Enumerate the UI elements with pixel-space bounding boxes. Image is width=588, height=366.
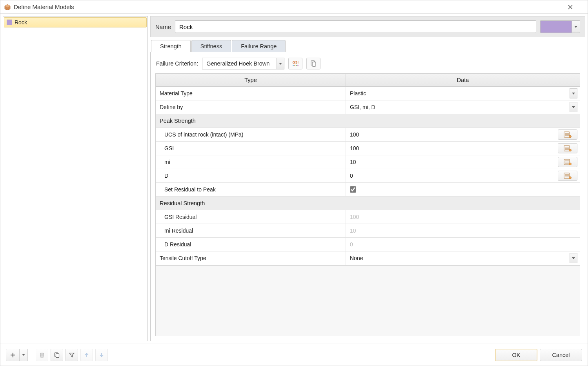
material-item-label: Rock xyxy=(15,19,27,25)
chevron-down-icon xyxy=(574,26,577,28)
arrow-up-icon xyxy=(84,352,90,358)
svg-rect-25 xyxy=(56,353,59,357)
row-mi-residual-label: mi Residual xyxy=(156,224,346,237)
svg-point-8 xyxy=(569,135,572,138)
close-button[interactable] xyxy=(568,5,584,9)
row-ucs-label: UCS of intact rock (intact) (MPa) xyxy=(156,128,346,141)
arrow-down-icon xyxy=(98,352,105,358)
tab-stiffness[interactable]: Stiffness xyxy=(191,40,231,52)
gsi-calculator-button[interactable]: GSI xyxy=(288,58,302,69)
row-d-picker[interactable] xyxy=(558,171,577,181)
filter-icon xyxy=(69,352,75,358)
chevron-down-icon xyxy=(572,106,575,108)
properties-table: Type Data Material Type Plastic xyxy=(155,73,580,336)
row-d-value[interactable]: 0 xyxy=(348,173,555,179)
trash-icon xyxy=(39,352,45,358)
cancel-button[interactable]: Cancel xyxy=(540,349,582,361)
name-row: Name xyxy=(150,16,585,37)
row-mi-residual-value: 10 xyxy=(348,228,577,234)
move-up-button[interactable] xyxy=(80,349,93,361)
list-picker-icon xyxy=(564,131,572,138)
material-color-picker[interactable] xyxy=(540,20,572,33)
col-header-type: Type xyxy=(156,74,346,86)
failure-criterion-select[interactable]: Generalized Hoek Brown xyxy=(202,58,284,69)
chevron-down-icon xyxy=(22,354,25,356)
row-define-by-label: Define by xyxy=(156,100,346,114)
gsi-icon: GSI xyxy=(292,61,299,64)
row-gsi-picker[interactable] xyxy=(558,143,577,153)
tab-failure-range[interactable]: Failure Range xyxy=(232,40,286,52)
row-tensile-cutoff-label: Tensile Cutoff Type xyxy=(156,251,346,265)
copy-icon xyxy=(54,352,60,358)
failure-criterion-dropdown-button[interactable] xyxy=(277,58,284,69)
row-gsi-label: GSI xyxy=(156,142,346,155)
row-d-residual-label: D Residual xyxy=(156,238,346,251)
app-icon xyxy=(4,4,11,10)
copy-icon xyxy=(310,60,317,67)
col-header-data: Data xyxy=(346,74,580,86)
chevron-down-icon xyxy=(279,63,282,65)
list-picker-icon xyxy=(564,173,572,179)
properties-empty-area xyxy=(156,265,580,336)
material-list-item[interactable]: Rock xyxy=(4,17,147,27)
plus-icon xyxy=(10,352,16,358)
row-ucs-picker[interactable] xyxy=(558,129,577,140)
delete-material-button[interactable] xyxy=(36,349,48,361)
row-set-residual-to-peak-label: Set Residual to Peak xyxy=(156,183,346,196)
row-define-by-value[interactable]: GSI, mi, D xyxy=(348,104,567,110)
material-color-dropdown[interactable] xyxy=(572,20,580,33)
material-color-swatch xyxy=(7,20,12,25)
ok-button[interactable]: OK xyxy=(495,349,537,361)
row-material-type-value[interactable]: Plastic xyxy=(348,90,567,97)
section-peak-strength: Peak Strength xyxy=(156,114,580,127)
row-material-type-dropdown[interactable] xyxy=(570,88,577,98)
svg-point-18 xyxy=(569,163,572,165)
add-material-dropdown[interactable] xyxy=(19,349,28,361)
row-gsi-residual-label: GSI Residual xyxy=(156,210,346,224)
filter-materials-button[interactable] xyxy=(66,349,78,361)
row-mi-value[interactable]: 10 xyxy=(348,159,555,165)
row-ucs-value[interactable]: 100 xyxy=(348,131,555,138)
add-material-button[interactable] xyxy=(6,349,19,361)
row-d-label: D xyxy=(156,169,346,182)
failure-criterion-label: Failure Criterion: xyxy=(156,60,198,67)
row-mi-label: mi xyxy=(156,155,346,169)
row-tensile-cutoff-value[interactable]: None xyxy=(348,255,567,261)
window-title: Define Material Models xyxy=(14,4,74,10)
row-d-residual-value: 0 xyxy=(348,241,577,248)
svg-point-13 xyxy=(569,149,572,151)
section-residual-strength: Residual Strength xyxy=(156,197,580,210)
chevron-down-icon xyxy=(572,257,575,259)
row-set-residual-to-peak-checkbox[interactable] xyxy=(350,186,356,193)
move-down-button[interactable] xyxy=(95,349,108,361)
tabs: Strength Stiffness Failure Range xyxy=(150,40,585,52)
material-list[interactable]: Rock xyxy=(3,16,148,341)
svg-rect-3 xyxy=(312,62,316,66)
duplicate-material-button[interactable] xyxy=(51,349,63,361)
list-picker-icon xyxy=(564,145,572,151)
svg-point-23 xyxy=(569,177,572,179)
material-name-input[interactable] xyxy=(175,20,536,33)
row-define-by-dropdown[interactable] xyxy=(570,102,577,112)
row-material-type-label: Material Type xyxy=(156,87,346,100)
row-tensile-cutoff-dropdown[interactable] xyxy=(570,253,577,263)
row-gsi-residual-value: 100 xyxy=(348,214,577,220)
row-gsi-value[interactable]: 100 xyxy=(348,145,555,151)
titlebar: Define Material Models xyxy=(0,0,588,14)
copy-properties-button[interactable] xyxy=(306,58,320,69)
chevron-down-icon xyxy=(572,93,575,95)
row-mi-picker[interactable] xyxy=(558,157,577,167)
list-picker-icon xyxy=(564,159,572,165)
name-label: Name xyxy=(155,24,171,30)
tab-content-strength: Failure Criterion: Generalized Hoek Brow… xyxy=(150,52,585,341)
tab-strength[interactable]: Strength xyxy=(151,40,191,52)
